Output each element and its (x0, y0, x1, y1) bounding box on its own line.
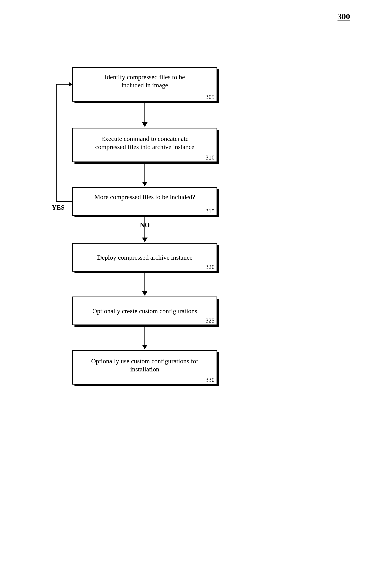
page-container: 300 Identify compressed files to be incl… (0, 0, 378, 588)
svg-text:Optionally use custom configur: Optionally use custom configurations for (91, 357, 199, 365)
svg-marker-21 (69, 82, 73, 87)
svg-text:310: 310 (205, 154, 215, 161)
diagram-number: 300 (338, 12, 350, 21)
svg-text:included in image: included in image (122, 82, 168, 89)
box-315: More compressed files to be included? 31… (73, 188, 219, 217)
box-305: Identify compressed files to be included… (73, 68, 219, 103)
box-310: Execute command to concatenate compresse… (73, 128, 219, 164)
svg-marker-29 (142, 291, 148, 296)
svg-rect-15 (73, 188, 217, 215)
svg-text:320: 320 (205, 264, 215, 270)
box-320: Deploy compressed archive instance 320 (73, 243, 219, 273)
svg-text:Optionally create custom confi: Optionally create custom configurations (92, 307, 197, 315)
svg-text:305: 305 (205, 94, 215, 100)
svg-text:Identify compressed files to b: Identify compressed files to be (105, 73, 185, 81)
box-330: Optionally use custom configurations for… (73, 351, 219, 386)
box-325: Optionally create custom configurations … (73, 297, 219, 327)
svg-text:compressed files into archive : compressed files into archive instance (95, 143, 194, 150)
svg-text:More compressed files to be in: More compressed files to be included? (94, 193, 195, 201)
svg-marker-35 (142, 345, 148, 349)
svg-text:Execute command to concatenate: Execute command to concatenate (101, 135, 188, 142)
svg-text:installation: installation (130, 366, 159, 373)
svg-marker-23 (142, 237, 148, 242)
yes-label: YES (52, 204, 65, 211)
svg-text:Deploy compressed archive inst: Deploy compressed archive instance (97, 254, 192, 261)
svg-marker-13 (142, 182, 148, 186)
svg-marker-6 (142, 122, 148, 127)
svg-text:325: 325 (205, 317, 215, 324)
svg-text:315: 315 (205, 208, 215, 215)
flowchart-svg: Identify compressed files to be included… (26, 33, 352, 587)
svg-text:330: 330 (205, 377, 215, 383)
